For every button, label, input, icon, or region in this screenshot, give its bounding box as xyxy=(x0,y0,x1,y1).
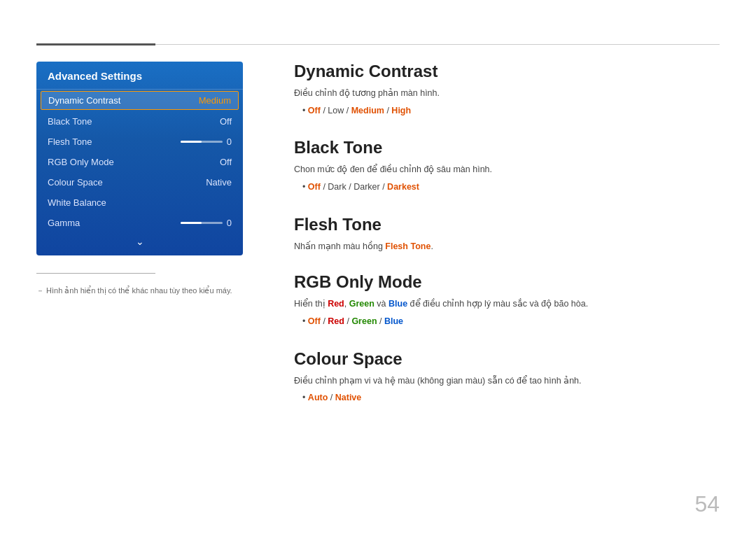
desc-text-4: để điều chỉnh hợp lý màu sắc và độ bão h… xyxy=(407,299,588,309)
desc-red: Red xyxy=(328,299,344,309)
section-options-colour-space: Auto / Native xyxy=(302,390,720,406)
slider-bar xyxy=(181,222,223,224)
section-rgb-only-mode: RGB Only Mode Hiển thị Red, Green và Blu… xyxy=(294,272,720,329)
sidebar-item-value: 0 xyxy=(227,218,232,228)
section-desc-black-tone: Chon mức độ đen để điều chỉnh độ sâu màn… xyxy=(294,163,720,176)
option-red: Red xyxy=(328,316,344,326)
option-sep: / xyxy=(380,182,387,192)
section-options-black-tone: Off / Dark / Darker / Darkest xyxy=(302,179,720,195)
sidebar-item-white-balance[interactable]: White Balance xyxy=(36,192,243,213)
option-low: Low xyxy=(328,106,344,115)
option-sep: / xyxy=(328,393,335,402)
sidebar-item-label: Black Tone xyxy=(48,116,92,127)
desc-text-1: Hiển thị xyxy=(294,299,328,309)
top-line-accent xyxy=(36,43,155,45)
option-medium: Medium xyxy=(351,106,384,115)
sidebar-item-label: Dynamic Contrast xyxy=(48,95,120,106)
sidebar-item-value: Medium xyxy=(199,95,231,106)
section-title-black-tone: Black Tone xyxy=(294,138,720,157)
desc-period: . xyxy=(430,241,433,251)
section-dynamic-contrast: Dynamic Contrast Điều chỉnh độ tương phả… xyxy=(294,62,720,118)
note-text: － Hình ảnh hiển thị có thể khác nhau tùy… xyxy=(36,286,232,296)
option-green: Green xyxy=(351,316,377,326)
option-sep: / xyxy=(321,182,328,192)
section-title-dynamic-contrast: Dynamic Contrast xyxy=(294,62,720,81)
option-blue: Blue xyxy=(384,316,403,326)
option-sep: / xyxy=(344,106,351,115)
section-black-tone: Black Tone Chon mức độ đen để điều chỉnh… xyxy=(294,138,720,195)
option-sep: / xyxy=(344,316,351,326)
top-lines xyxy=(36,43,720,45)
desc-text-3: và xyxy=(374,299,388,309)
main-content: Dynamic Contrast Điều chỉnh độ tương phả… xyxy=(294,62,720,426)
option-darkest: Darkest xyxy=(387,182,419,192)
option-native: Native xyxy=(335,393,362,402)
option-sep: / xyxy=(321,106,328,115)
sidebar-item-value: Off xyxy=(220,116,232,127)
chevron-down-icon[interactable]: ⌄ xyxy=(36,233,243,250)
section-title-colour-space: Colour Space xyxy=(294,349,720,369)
section-desc-flesh-tone: Nhấn mạnh màu hồng Flesh Tone. xyxy=(294,240,720,253)
sidebar-item-label: Gamma xyxy=(48,218,80,228)
sidebar-item-label: White Balance xyxy=(48,197,106,208)
page-number: 54 xyxy=(694,491,720,517)
section-title-flesh-tone: Flesh Tone xyxy=(294,215,720,234)
sidebar-item-value: Native xyxy=(206,177,232,188)
sidebar-item-label: RGB Only Mode xyxy=(48,157,114,167)
sidebar-item-colour-space[interactable]: Colour Space Native xyxy=(36,172,243,192)
desc-text: Nhấn mạnh màu hồng xyxy=(294,241,385,251)
bottom-line xyxy=(36,273,155,274)
desc-green: Green xyxy=(349,299,374,309)
sidebar-item-flesh-tone[interactable]: Flesh Tone 0 xyxy=(36,132,243,152)
sidebar-item-label: Flesh Tone xyxy=(48,136,92,147)
option-darker: Darker xyxy=(354,182,380,192)
slider-track: 0 xyxy=(181,218,232,228)
option-sep: / xyxy=(321,316,328,326)
top-line-main xyxy=(155,44,720,45)
section-options-dynamic-contrast: Off / Low / Medium / High xyxy=(302,103,720,119)
option-sep: / xyxy=(377,316,384,326)
option-sep: / xyxy=(346,182,354,192)
sidebar-item-label: Colour Space xyxy=(48,177,103,188)
sidebar-item-value: 0 xyxy=(227,136,232,147)
sidebar-item-dynamic-contrast[interactable]: Dynamic Contrast Medium xyxy=(41,91,239,110)
sidebar-item-gamma[interactable]: Gamma 0 xyxy=(36,213,243,233)
sidebar-item-black-tone[interactable]: Black Tone Off xyxy=(36,111,243,132)
desc-highlight: Flesh Tone xyxy=(385,241,430,251)
section-desc-dynamic-contrast: Điều chỉnh độ tương phản màn hình. xyxy=(294,87,720,100)
sidebar-title: Advanced Settings xyxy=(36,62,243,90)
sidebar-panel: Advanced Settings Dynamic Contrast Mediu… xyxy=(36,62,243,255)
section-options-rgb-only-mode: Off / Red / Green / Blue xyxy=(302,314,720,330)
section-desc-colour-space: Điều chỉnh phạm vi và hệ màu (không gian… xyxy=(294,374,720,388)
desc-text-2: , xyxy=(344,299,349,309)
option-off: Off xyxy=(308,316,321,326)
option-high: High xyxy=(391,106,411,115)
slider-bar xyxy=(181,141,223,143)
option-sep: / xyxy=(384,106,391,115)
sidebar-item-rgb-only-mode[interactable]: RGB Only Mode Off xyxy=(36,152,243,172)
option-dark: Dark xyxy=(328,182,346,192)
sidebar-item-value: Off xyxy=(220,157,232,167)
slider-track: 0 xyxy=(181,136,232,147)
option-off: Off xyxy=(308,182,321,192)
section-flesh-tone: Flesh Tone Nhấn mạnh màu hồng Flesh Tone… xyxy=(294,215,720,253)
option-auto: Auto xyxy=(308,393,328,402)
section-colour-space: Colour Space Điều chỉnh phạm vi và hệ mà… xyxy=(294,349,720,406)
section-desc-rgb-only-mode: Hiển thị Red, Green và Blue để điều chỉn… xyxy=(294,297,720,311)
option-off: Off xyxy=(308,106,321,115)
desc-blue: Blue xyxy=(388,299,407,309)
section-title-rgb-only-mode: RGB Only Mode xyxy=(294,272,720,292)
